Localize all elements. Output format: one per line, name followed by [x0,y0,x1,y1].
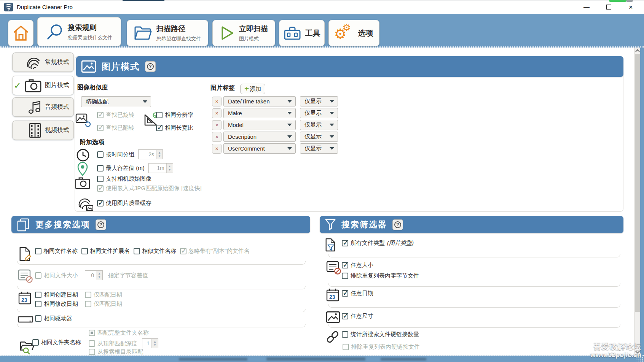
same-created-checkbox[interactable] [35,292,41,298]
any-date-checkbox[interactable] [342,290,348,297]
max-tolerance-spinner[interactable]: 1m [148,163,173,173]
all-file-types-checkbox[interactable] [342,240,348,246]
max-tolerance-checkbox[interactable] [97,165,104,171]
exclude-hardlinks-checkbox[interactable] [343,344,349,350]
scrollbar-thumb[interactable] [635,54,640,312]
ignore-copy-checkbox[interactable] [180,248,187,254]
exclude-zero-byte-checkbox[interactable] [342,273,348,279]
find-rotated-checkbox[interactable] [97,112,104,118]
same-folder-label: 相同文件夹名称 [41,339,81,346]
tag-row: × Model 仅显示 [212,120,338,130]
same-drive-checkbox[interactable] [35,315,41,322]
same-folder-checkbox[interactable] [32,339,39,346]
close-button[interactable]: × [620,0,642,14]
file-rename-icon [18,246,32,262]
chevron-up-icon [635,49,639,53]
tag-mode-dropdown[interactable]: 仅显示 [300,132,338,142]
max-tolerance-value: 1m [149,164,166,173]
match-from-root-checkbox[interactable] [89,349,95,355]
tab-options-label: 选项 [358,28,373,38]
find-rotated-row: 查找已旋转 [97,111,134,119]
any-dimensions-row: 任意尺寸 [342,313,373,320]
group-by-time-checkbox[interactable] [97,151,104,158]
tag-dropdown[interactable]: Make [223,108,296,118]
tag-mode-dropdown[interactable]: 仅显示 [300,143,338,154]
tab-scan-paths[interactable]: 扫描路径 您希望在哪查找文件 [127,20,208,46]
remove-tag-button[interactable]: × [212,120,222,130]
link-icon [325,329,340,345]
file-size-icon [18,268,33,283]
embedded-jpg-checkbox[interactable] [97,185,104,192]
same-filename-label: 相同文件名称 [43,248,78,255]
tag-mode-dropdown[interactable]: 仅显示 [300,96,338,106]
sidebar-item-video-mode[interactable]: 视频模式 [12,121,74,140]
tag-mode-dropdown[interactable]: 仅显示 [300,108,338,118]
help-button[interactable]: ? [392,219,403,230]
chevron-down-icon [287,124,292,126]
tab-scan-now[interactable]: 立即扫描 图片模式 [212,20,275,46]
maximize-button[interactable] [598,0,620,14]
tag-dropdown-value: Make [228,110,242,116]
remove-tag-button[interactable]: × [212,132,222,142]
count-hardlinks-checkbox[interactable] [342,331,348,338]
byte-tolerance-spinner[interactable]: 0 [85,270,103,280]
created-date-only-label: 仅匹配日期 [94,291,122,298]
sidebar-item-audio-mode[interactable]: 音频模式 [12,97,74,117]
match-depth-spinner[interactable]: 1 [142,338,158,348]
remove-tag-button[interactable]: × [212,108,222,118]
tag-dropdown[interactable]: Model [223,120,296,130]
taskbar-artifact [266,357,365,360]
find-flipped-checkbox[interactable] [97,125,104,131]
help-button[interactable]: ? [96,219,106,230]
help-button[interactable]: ? [145,61,156,72]
tag-dropdown[interactable]: Description [223,132,296,142]
scrollbar[interactable] [634,48,640,356]
match-full-folder-checkbox[interactable] [89,330,95,336]
any-date-label: 任意日期 [351,290,373,297]
created-date-only-checkbox[interactable] [85,292,91,298]
sidebar-item-image-mode[interactable]: 图片模式 [12,76,74,95]
home-icon [13,24,29,42]
sidebar-item-normal-mode[interactable]: 常规模式 [12,52,74,72]
similar-filename-checkbox[interactable] [134,248,140,254]
tag-dropdown[interactable]: Date/Time taken [223,96,296,106]
spinner-up-icon [168,165,171,168]
minimize-button[interactable]: — [575,0,598,14]
remove-tag-button[interactable]: × [212,97,222,106]
same-extension-checkbox[interactable] [81,248,88,254]
camera-icon [25,79,41,92]
same-modified-checkbox[interactable] [35,301,41,307]
match-depth-value: 1 [142,339,151,348]
add-tag-button[interactable]: + 添加 [240,84,265,94]
tab-options[interactable]: 选项 [328,20,379,46]
similarity-dropdown[interactable]: 精确匹配 [81,96,151,107]
spinner-up-icon [153,340,156,343]
any-size-checkbox[interactable] [342,262,348,268]
camera-raw-checkbox[interactable] [97,176,104,182]
mode-label: 图片模式 [45,81,69,89]
row-divider [328,304,620,308]
tag-mode-value: 仅显示 [304,121,322,129]
same-filename-checkbox[interactable] [35,248,41,254]
modified-date-only-checkbox[interactable] [85,301,91,307]
tag-mode-dropdown[interactable]: 仅显示 [300,120,338,130]
tag-dropdown[interactable]: UserComment [223,143,296,154]
ignore-copy-label: 忽略带有"副本"的文件名 [188,248,250,255]
tag-dropdown-value: Description [228,133,257,140]
row-divider [17,286,306,289]
chevron-down-icon [287,100,292,103]
any-dimensions-checkbox[interactable] [342,313,348,319]
same-aspect-checkbox[interactable] [156,125,163,131]
same-size-checkbox[interactable] [35,272,41,279]
tab-home[interactable] [8,20,33,46]
same-resolution-checkbox[interactable] [156,112,163,118]
remove-tag-button[interactable]: × [212,144,222,154]
image-cache-icon [78,197,94,211]
quality-cache-checkbox[interactable] [97,200,104,206]
match-depth-checkbox[interactable] [89,340,95,347]
tab-tools[interactable]: 工具 [279,20,325,46]
scroll-up-button[interactable] [634,48,641,54]
tab-search-rules[interactable]: 搜索规则 您需要查找什么文件 [37,17,121,46]
group-by-time-spinner[interactable]: 2s [138,149,163,159]
same-size-row: 相同文件大小 0 指定字节容差值 [35,270,148,280]
